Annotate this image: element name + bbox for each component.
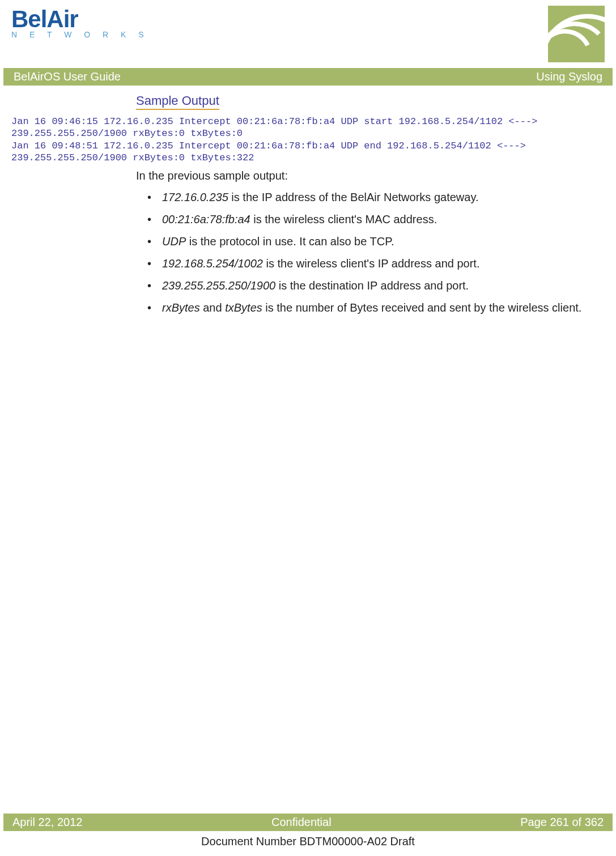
list-item: •192.168.5.254/1002 is the wireless clie… [147,255,605,272]
bullet-marker: • [147,211,153,228]
code-output: Jan 16 09:46:15 172.16.0.235 Intercept 0… [11,116,605,164]
list-item: •rxBytes and txBytes is the number of By… [147,300,605,316]
footer-bar: April 22, 2012 Confidential Page 261 of … [3,814,613,831]
logo-main-text: BelAir [11,6,78,33]
bullet-text: 00:21:6a:78:fb:a4 is the wireless client… [162,211,605,228]
footer-date: April 22, 2012 [12,816,82,829]
logo-sub-text: N E T W O R K S [11,30,149,39]
page-header: BelAir N E T W O R K S [0,0,616,68]
list-item: •172.16.0.235 is the IP address of the B… [147,189,605,206]
title-right: Using Syslog [536,70,602,83]
list-item: •00:21:6a:78:fb:a4 is the wireless clien… [147,211,605,228]
bullet-text: UDP is the protocol in use. It can also … [162,233,605,250]
bullet-marker: • [147,255,153,272]
footer-confidential: Confidential [271,816,332,829]
bullet-marker: • [147,278,153,294]
bullet-list: •172.16.0.235 is the IP address of the B… [147,189,605,316]
wave-icon [548,6,605,65]
title-bar: BelAirOS User Guide Using Syslog [3,68,613,86]
bullet-text: rxBytes and txBytes is the number of Byt… [162,300,605,316]
list-item: •UDP is the protocol in use. It can also… [147,233,605,250]
bullet-text: 239.255.255.250/1900 is the destination … [162,278,605,294]
bullet-text: 192.168.5.254/1002 is the wireless clien… [162,255,605,272]
list-item: •239.255.255.250/1900 is the destination… [147,278,605,294]
content-area: Sample Output Jan 16 09:46:15 172.16.0.2… [0,86,616,330]
document-number: Document Number BDTM00000-A02 Draft [0,835,616,848]
bullet-marker: • [147,300,153,316]
section-heading: Sample Output [136,93,219,110]
logo: BelAir N E T W O R K S [11,6,149,39]
bullet-marker: • [147,233,153,250]
footer-page: Page 261 of 362 [520,816,604,829]
bullet-text: 172.16.0.235 is the IP address of the Be… [162,189,605,206]
intro-text: In the previous sample output: [136,169,605,182]
bullet-marker: • [147,189,153,206]
title-left: BelAirOS User Guide [14,70,121,83]
